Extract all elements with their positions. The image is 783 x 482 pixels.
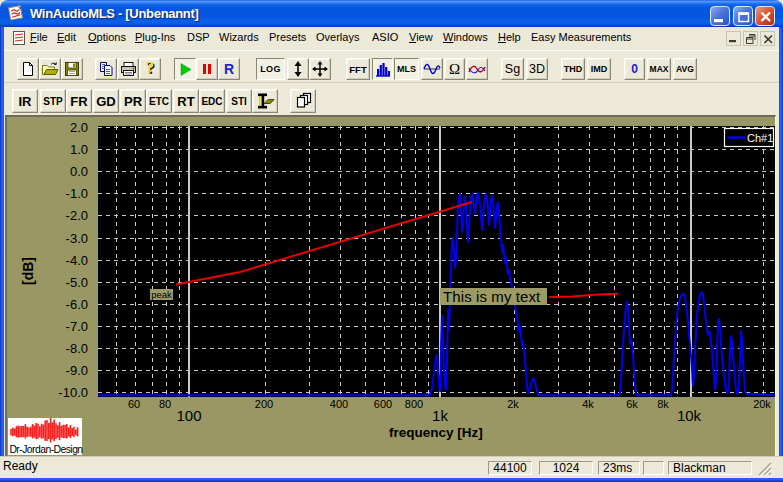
svg-text:Ch#1: Ch#1 (747, 132, 773, 144)
